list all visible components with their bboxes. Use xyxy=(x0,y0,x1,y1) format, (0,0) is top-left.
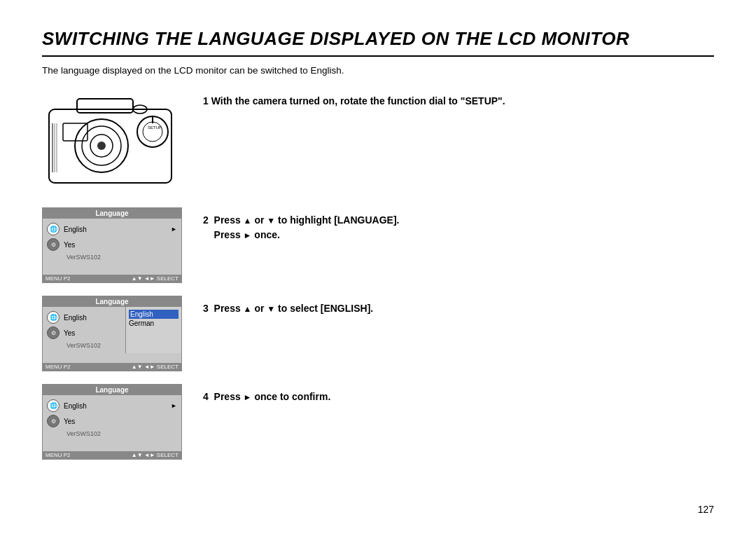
lcd-screen-3-body: 🌐 English ► ⚙ Yes VerSWS102 xyxy=(43,395,181,451)
step-4-row: Language 🌐 English ► ⚙ Yes VerSWS102 MEN… xyxy=(42,384,714,460)
arrow-up-icon-3 xyxy=(244,303,252,314)
gear-icon-3: ⚙ xyxy=(47,415,59,427)
step-3-image: Language 🌐 English ⚙ Yes Ver xyxy=(42,296,182,371)
lcd-sub-row-german: German xyxy=(129,319,178,328)
step-2-row: Language 🌐 English ► ⚙ Yes VerSWS102 MEN… xyxy=(42,207,714,283)
page-number: 127 xyxy=(698,504,714,515)
lcd-version-1: VerSWS102 xyxy=(47,252,177,262)
lcd-version-3: VerSWS102 xyxy=(47,429,177,439)
arrow-right-icon-4 xyxy=(244,391,252,402)
lcd-footer-3: MENU P2 ▲▼ ◄► SELECT xyxy=(43,451,181,459)
svg-rect-1 xyxy=(77,99,133,113)
lcd-sub-panel: English German xyxy=(125,307,181,353)
lcd-footer-right-3: ▲▼ ◄► SELECT xyxy=(132,452,178,458)
page-container: SWITCHING THE LANGUAGE DISPLAYED ON THE … xyxy=(0,0,756,536)
lcd-footer-left-1: MENU P2 xyxy=(46,275,71,282)
lcd-footer-1: MENU P2 ▲▼ ◄► SELECT xyxy=(43,275,181,282)
lcd-screen-1-header: Language xyxy=(43,208,181,219)
arrow-up-icon-2 xyxy=(244,214,252,226)
lcd-footer-right-1: ▲▼ ◄► SELECT xyxy=(132,275,178,282)
step-4-num: 4 Press once to confirm. xyxy=(203,391,330,402)
lcd-row3-english: 🌐 English ► xyxy=(47,398,177,413)
lcd-arrow3-right: ► xyxy=(171,402,177,409)
gear-icon: ⚙ xyxy=(47,238,59,251)
svg-point-5 xyxy=(97,142,106,150)
lcd-version-2: VerSWS102 xyxy=(47,341,121,350)
arrow-down-icon-3 xyxy=(267,303,275,314)
lcd-label3-yes: Yes xyxy=(64,418,177,425)
arrow-down-icon-2 xyxy=(267,214,275,226)
lcd-arrow-right: ► xyxy=(171,226,177,233)
lcd-row2-english: 🌐 English xyxy=(47,310,121,325)
svg-text:SETUP: SETUP xyxy=(148,125,162,130)
step-4-instruction: 4 Press once to confirm. xyxy=(203,390,714,404)
arrow-right-icon-2 xyxy=(244,229,252,240)
step-2-instruction-line1: 2 Press or to highlight [LANGUAGE]. xyxy=(203,213,714,228)
lcd-screen-1: Language 🌐 English ► ⚙ Yes VerSWS102 MEN… xyxy=(42,207,182,283)
lcd-label3-english: English xyxy=(64,402,171,410)
lcd-label2-yes: Yes xyxy=(64,329,121,337)
lcd-screen-1-body: 🌐 English ► ⚙ Yes VerSWS102 xyxy=(43,219,181,275)
page-subtitle: The language displayed on the LCD monito… xyxy=(42,65,714,76)
lcd-row3-yes: ⚙ Yes xyxy=(47,413,177,429)
lcd-screen-2-header: Language xyxy=(43,296,181,307)
lcd-footer-left-3: MENU P2 xyxy=(46,452,71,458)
step-2-press: Press once. xyxy=(203,229,280,240)
step-2-image: Language 🌐 English ► ⚙ Yes VerSWS102 MEN… xyxy=(42,207,182,283)
globe-icon-3: 🌐 xyxy=(47,399,59,412)
lcd-row-yes: ⚙ Yes xyxy=(47,237,177,252)
globe-icon: 🌐 xyxy=(47,223,59,235)
step-3-instruction: 3 Press or to select [ENGLISH]. xyxy=(203,301,714,316)
lcd-footer-left-2: MENU P2 xyxy=(46,364,71,370)
step-3-text: 3 Press or to select [ENGLISH]. xyxy=(203,296,714,316)
page-title: SWITCHING THE LANGUAGE DISPLAYED ON THE … xyxy=(42,28,714,57)
step-1-instruction: 1 With the camera turned on, rotate the … xyxy=(203,94,714,109)
lcd-sub-row-english: English xyxy=(129,310,178,319)
step-4-image: Language 🌐 English ► ⚙ Yes VerSWS102 MEN… xyxy=(42,384,182,460)
lcd-screen-3: Language 🌐 English ► ⚙ Yes VerSWS102 MEN… xyxy=(42,384,182,460)
lcd-with-submenu: 🌐 English ⚙ Yes VerSWS102 English Germ xyxy=(43,307,181,353)
lcd-row2-yes: ⚙ Yes xyxy=(47,325,121,341)
step-2-instruction-line2: Press once. xyxy=(203,228,714,242)
lcd-footer-right-2: ▲▼ ◄► SELECT xyxy=(132,364,178,370)
step-4-text: 4 Press once to confirm. xyxy=(203,384,714,404)
lcd-row-english: 🌐 English ► xyxy=(47,221,177,237)
lcd-footer-2: MENU P2 ▲▼ ◄► SELECT xyxy=(43,363,181,371)
lcd-screen-3-header: Language xyxy=(43,385,181,395)
step-3-num: 3 Press or to select [ENGLISH]. xyxy=(203,303,373,314)
lcd-main-panel: 🌐 English ⚙ Yes VerSWS102 xyxy=(43,307,125,353)
step-1-row: SETUP 1 With the camera turned on, rotat… xyxy=(42,88,714,195)
lcd-label-yes: Yes xyxy=(64,241,177,249)
lcd-screen-2-body: 🌐 English ⚙ Yes VerSWS102 English Germ xyxy=(43,307,181,363)
step-2-num: 2 Press or to highlight [LANGUAGE]. xyxy=(203,214,399,226)
step-2-text: 2 Press or to highlight [LANGUAGE]. Pres… xyxy=(203,207,714,242)
step-1-image: SETUP xyxy=(42,88,182,195)
globe-icon-2: 🌐 xyxy=(47,311,59,324)
lcd-label2-english: English xyxy=(64,314,121,322)
step-3-row: Language 🌐 English ⚙ Yes Ver xyxy=(42,296,714,371)
camera-svg: SETUP xyxy=(42,88,182,192)
gear-icon-2: ⚙ xyxy=(47,327,59,339)
lcd-screen-2: Language 🌐 English ⚙ Yes Ver xyxy=(42,296,182,371)
step-1-text: 1 With the camera turned on, rotate the … xyxy=(203,88,714,109)
lcd-label-english: English xyxy=(64,226,171,233)
